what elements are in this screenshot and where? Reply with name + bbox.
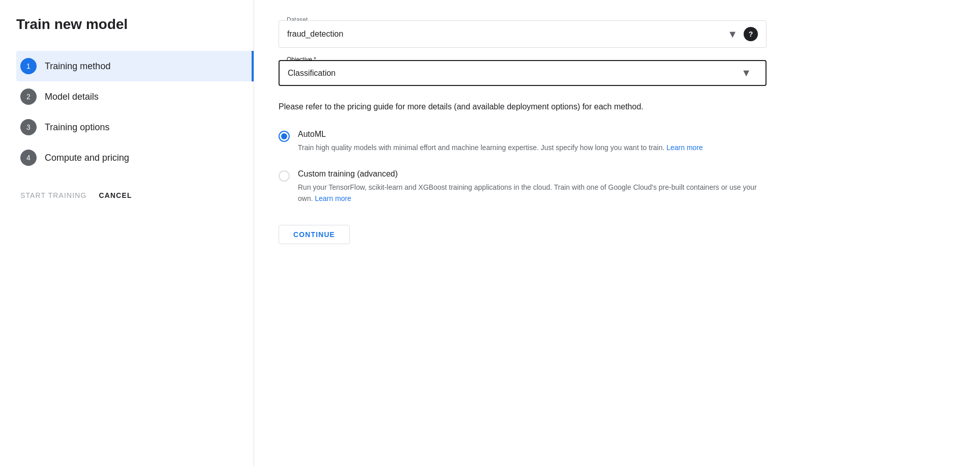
step-number-3: 3 [20, 119, 37, 135]
objective-value: Classification [288, 69, 741, 78]
automl-content: AutoML Train high quality models with mi… [298, 130, 767, 153]
dataset-dropdown-icon: ▼ [727, 28, 738, 40]
step-item-3[interactable]: 3 Training options [16, 112, 254, 142]
objective-select[interactable]: Classification ▼ [279, 60, 767, 86]
automl-radio-button[interactable] [279, 131, 290, 142]
continue-button[interactable]: CONTINUE [279, 225, 350, 244]
custom-training-content: Custom training (advanced) Run your Tens… [298, 169, 767, 205]
step-number-1: 1 [20, 58, 37, 74]
step-number-2: 2 [20, 89, 37, 105]
custom-training-option[interactable]: Custom training (advanced) Run your Tens… [279, 169, 767, 205]
main-content: Dataset fraud_detection ▼ ? Objective * … [254, 0, 980, 466]
start-training-button[interactable]: START TRAINING [20, 191, 87, 199]
cancel-button[interactable]: CANCEL [99, 191, 132, 199]
sidebar: Train new model 1 Training method 2 Mode… [0, 0, 254, 466]
step-item-4[interactable]: 4 Compute and pricing [16, 142, 254, 173]
page-title: Train new model [16, 16, 254, 33]
objective-field-group: Objective * Classification ▼ [279, 60, 956, 86]
custom-training-title: Custom training (advanced) [298, 169, 767, 179]
custom-training-description: Run your TensorFlow, scikit-learn and XG… [298, 182, 767, 205]
dataset-select[interactable]: fraud_detection ▼ ? [279, 20, 767, 48]
custom-training-learn-more-link[interactable]: Learn more [315, 194, 351, 202]
dataset-field-group: Dataset fraud_detection ▼ ? [279, 20, 956, 48]
dataset-help-icon[interactable]: ? [744, 27, 758, 41]
dataset-value: fraud_detection [287, 30, 727, 39]
step-item-2[interactable]: 2 Model details [16, 81, 254, 112]
step-label-1: Training method [45, 61, 110, 72]
custom-training-radio-button[interactable] [279, 170, 290, 182]
automl-title: AutoML [298, 130, 767, 139]
step-label-4: Compute and pricing [45, 153, 129, 163]
automl-learn-more-link[interactable]: Learn more [666, 143, 703, 152]
automl-description: Train high quality models with minimal e… [298, 142, 767, 153]
step-label-2: Model details [45, 92, 99, 102]
objective-dropdown-icon: ▼ [741, 67, 751, 79]
step-label-3: Training options [45, 122, 109, 133]
automl-option[interactable]: AutoML Train high quality models with mi… [279, 130, 767, 153]
sidebar-actions: START TRAINING CANCEL [16, 191, 254, 199]
step-number-4: 4 [20, 150, 37, 166]
step-item-1[interactable]: 1 Training method [16, 51, 254, 81]
pricing-note: Please refer to the pricing guide for mo… [279, 100, 767, 113]
